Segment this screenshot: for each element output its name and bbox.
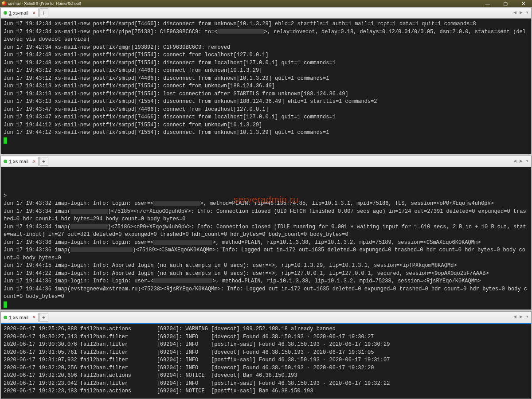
tab-scroll-left-icon[interactable]: ◀ [512,8,518,16]
log-line: 2020-06-17 19:25:26,888 fail2ban.actions… [4,325,528,333]
log-line: Jun 17 19:44:36 imap-login: Info: Login:… [4,278,528,286]
tab-close-button[interactable]: × [33,315,35,320]
tab-index: 1 [9,10,12,16]
tab-label: xs-mail [13,315,28,320]
terminal-fail2ban[interactable]: 2020-06-17 19:25:26,888 fail2ban.actions… [1,324,531,399]
log-line: Jun 17 19:42:48 xs-mail-new postfix/smtp… [4,59,528,67]
log-line: Jun 17 19:42:34 xs-mail-new postfix/smtp… [4,20,528,28]
log-line: Jun 17 19:43:32 imap-login: Info: Login:… [4,200,528,208]
window-title: xs-mail - Xshell 5 (Free for Home/School… [8,1,81,6]
terminal-postfix[interactable]: Jun 17 19:42:34 xs-mail-new postfix/smtp… [1,19,531,154]
tab-menu-icon[interactable]: ▾ [524,313,530,321]
log-line: Jun 17 19:43:36 imap-login: Info: Login:… [4,239,528,247]
log-line: Jun 17 19:44:22 imap-login: Info: Aborte… [4,270,528,278]
log-line: Jun 17 19:43:34 imap( )<75185><n/c+XEqoG… [4,208,528,223]
pane-fail2ban: 1 xs-mail × + ◀ ▶ ▾ 2020-06-17 19:25:26,… [0,311,532,399]
log-line: Jun 17 19:44:12 xs-mail-new postfix/smtp… [4,129,528,137]
terminal-cursor [4,137,7,144]
window-titlebar: xs-mail - Xshell 5 (Free for Home/School… [0,0,532,7]
log-line: Jun 17 19:43:12 xs-mail-new postfix/smtp… [4,67,528,75]
window-maximize-button[interactable]: ▢ [497,0,514,7]
redacted-text [153,240,212,245]
new-tab-button[interactable]: + [39,157,48,166]
redacted-text [153,278,212,283]
tab-xs-mail[interactable]: 1 xs-mail × [1,313,39,322]
tab-xs-mail[interactable]: 1 xs-mail × [1,8,39,17]
log-line: Jun 17 19:44:12 xs-mail-new postfix/smtp… [4,121,528,129]
redacted-text [70,209,108,214]
log-line: 2020-06-17 19:32:23,183 fail2ban.actions… [4,387,528,395]
new-tab-button[interactable]: + [39,8,48,17]
tab-index: 1 [9,159,12,164]
window-close-button[interactable]: ✕ [514,0,532,7]
tab-scroll-left-icon[interactable]: ◀ [512,313,518,321]
tab-label: xs-mail [13,10,28,16]
redacted-text [70,247,133,252]
tab-close-button[interactable]: × [33,11,35,16]
log-line: Jun 17 19:42:34 xs-mail-new postfix/pipe… [4,28,528,44]
log-line: 2020-06-17 19:32:20,606 fail2ban.actions… [4,372,528,380]
log-line: Jun 17 19:43:12 xs-mail-new postfix/smtp… [4,75,528,83]
connection-status-icon [4,316,7,319]
log-line: 2020-06-17 19:31:07,932 fail2ban.filter … [4,356,528,364]
tab-scroll-right-icon[interactable]: ▶ [518,313,524,321]
log-line: Jun 17 19:43:36 imap( )<75189><CSmAXEqo6… [4,246,528,262]
tabbar-pane1: 1 xs-mail × + ◀ ▶ ▾ [1,8,531,19]
tabbar-pane2: 1 xs-mail × + ◀ ▶ ▾ [1,156,531,167]
tab-scroll-right-icon[interactable]: ▶ [518,8,524,16]
tab-menu-icon[interactable]: ▾ [524,8,530,16]
tab-index: 1 [9,315,12,320]
log-line: Jun 17 19:43:13 xs-mail-new postfix/smtp… [4,82,528,90]
tab-close-button[interactable]: × [33,159,35,164]
log-line: Jun 17 19:43:47 xs-mail-new postfix/smtp… [4,106,528,114]
tab-scroll-left-icon[interactable]: ◀ [512,157,518,165]
log-line: > [4,192,528,200]
log-line: Jun 17 19:44:15 imap-login: Info: Aborte… [4,262,528,270]
tab-scroll-right-icon[interactable]: ▶ [518,157,524,165]
tab-xs-mail[interactable]: 1 xs-mail × [1,157,39,166]
log-line: 2020-06-17 19:31:05,761 fail2ban.filter … [4,349,528,357]
log-line: Jun 17 19:44:36 imap(evstegneev@xstream.… [4,286,528,301]
terminal-dovecot[interactable]: serveradmin.ru >Jun 17 19:43:32 imap-log… [1,167,531,309]
redacted-text [70,224,108,229]
log-line: Jun 17 19:43:34 imap( )<75186><oP0+XEqoj… [4,223,528,239]
connection-status-icon [4,11,7,15]
log-line: 2020-06-17 19:32:20,256 fail2ban.filter … [4,364,528,372]
connection-status-icon [4,160,7,163]
app-icon [2,1,6,6]
tab-label: xs-mail [13,159,28,164]
log-line: Jun 17 19:42:34 xs-mail-new postfix/qmgr… [4,44,528,52]
log-line: Jun 17 19:43:13 xs-mail-new postfix/smtp… [4,90,528,98]
window-minimize-button[interactable]: — [479,0,497,7]
log-line: 2020-06-17 19:30:27,313 fail2ban.filter … [4,333,528,341]
pane-dovecot: 1 xs-mail × + ◀ ▶ ▾ serveradmin.ru >Jun … [0,156,532,310]
log-line: Jun 17 19:42:48 xs-mail-new postfix/smtp… [4,51,528,59]
tabbar-pane3: 1 xs-mail × + ◀ ▶ ▾ [1,312,531,324]
log-line: 2020-06-17 19:32:23,042 fail2ban.filter … [4,380,528,388]
redacted-text [153,201,200,206]
log-line: 2020-06-17 19:30:30,076 fail2ban.filter … [4,341,528,349]
terminal-cursor [4,301,7,308]
tab-menu-icon[interactable]: ▾ [524,157,530,165]
pane-postfix: 1 xs-mail × + ◀ ▶ ▾ Jun 17 19:42:34 xs-m… [0,7,532,154]
log-line: Jun 17 19:43:13 xs-mail-new postfix/smtp… [4,98,528,106]
log-line: Jun 17 19:43:47 xs-mail-new postfix/smtp… [4,113,528,121]
redacted-text [217,29,264,34]
new-tab-button[interactable]: + [39,313,48,322]
